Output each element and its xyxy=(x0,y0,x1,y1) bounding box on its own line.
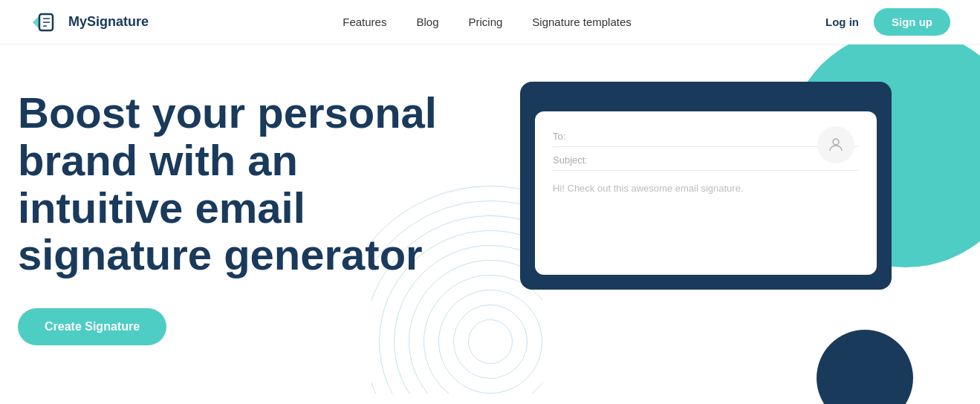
navbar: MySignature Features Blog Pricing Signat… xyxy=(0,0,980,45)
hero-content: Boost your personal brand with an intuit… xyxy=(18,89,449,345)
login-button[interactable]: Log in xyxy=(825,16,859,28)
email-mockup-card: To: Subject: Hi! Check out this awesome … xyxy=(520,82,892,290)
hero-section: Boost your personal brand with an intuit… xyxy=(0,45,980,404)
navbar-logo-area: MySignature xyxy=(30,7,149,37)
hero-headline: Boost your personal brand with an intuit… xyxy=(18,89,449,278)
user-icon xyxy=(827,136,845,154)
email-card-inner: To: Subject: Hi! Check out this awesome … xyxy=(535,111,877,275)
email-body: Hi! Check out this awesome email signatu… xyxy=(553,183,859,194)
nav-links: Features Blog Pricing Signature template… xyxy=(343,16,632,28)
avatar xyxy=(817,126,854,163)
subject-label: Subject: xyxy=(553,154,594,166)
signup-button[interactable]: Sign up xyxy=(874,8,950,36)
nav-pricing[interactable]: Pricing xyxy=(468,16,502,28)
create-signature-button[interactable]: Create Signature xyxy=(18,308,166,345)
logo-text: MySignature xyxy=(68,14,149,30)
email-subject-field: Subject: xyxy=(553,150,859,171)
nav-blog[interactable]: Blog xyxy=(416,16,438,28)
nav-templates[interactable]: Signature templates xyxy=(532,16,631,28)
svg-point-6 xyxy=(833,139,839,145)
nav-features[interactable]: Features xyxy=(343,16,386,28)
to-label: To: xyxy=(553,131,594,142)
navbar-auth: Log in Sign up xyxy=(825,8,950,36)
email-to-field: To: xyxy=(553,126,859,147)
bg-navy-circle xyxy=(817,330,913,404)
logo-icon xyxy=(30,7,59,37)
